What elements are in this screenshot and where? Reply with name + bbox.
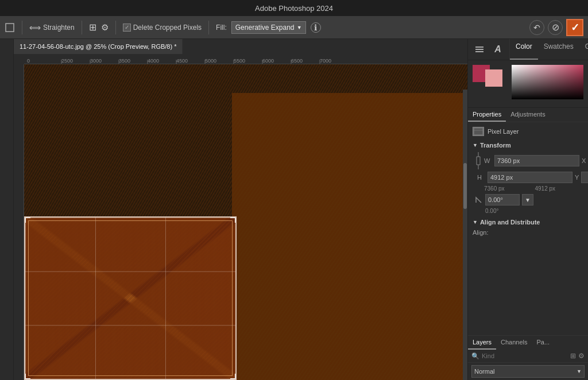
title-bar: Adobe Photoshop 2024 xyxy=(0,0,588,16)
undo-button[interactable]: ↶ xyxy=(529,20,544,35)
layers-tabs: Layers Channels Pa... xyxy=(468,336,588,350)
layers-search-bar: 🔍 ⊞ ⚙ xyxy=(468,350,588,363)
tab-pa[interactable]: Pa... xyxy=(532,336,555,350)
layers-panel-icon[interactable] xyxy=(471,41,488,57)
y-input[interactable] xyxy=(581,172,588,183)
inner-frame xyxy=(28,220,233,376)
color-swatches-row xyxy=(473,65,583,99)
pixel-layer-svg xyxy=(473,127,483,135)
ruler-corner xyxy=(14,54,24,64)
height-label: H xyxy=(477,174,485,181)
crop-handle-tr[interactable] xyxy=(230,217,236,223)
angle-dropdown[interactable]: ▼ xyxy=(522,194,533,205)
tab-layers[interactable]: Layers xyxy=(468,336,496,350)
pixel-layer-label: Pixel Layer xyxy=(488,128,519,135)
width-label: W xyxy=(484,157,492,164)
undo-icon: ↶ xyxy=(533,23,540,32)
svg-rect-12 xyxy=(475,49,483,50)
toolbar-divider-3 xyxy=(115,21,116,34)
align-label: Align: xyxy=(473,229,583,236)
tab-color[interactable]: Color xyxy=(510,39,538,60)
toolbar-divider-4 xyxy=(208,21,209,34)
delete-cropped-checkbox-container[interactable]: ✓ Delete Cropped Pixels xyxy=(123,24,202,32)
x-label: X xyxy=(582,157,586,164)
tab-properties[interactable]: Properties xyxy=(468,108,506,122)
transform-section-header[interactable]: ▼ Transform xyxy=(473,142,583,149)
document-tab-label: 11-27-04-56-08-utc.jpg @ 25% (Crop Previ… xyxy=(20,43,176,50)
app-title: Adobe Photoshop 2024 xyxy=(255,4,333,13)
transform-w-row: W X xyxy=(475,152,583,169)
tab-gradient[interactable]: Gr... xyxy=(579,39,588,60)
transform-h-row: H Y xyxy=(475,172,583,183)
toolbar-divider-1 xyxy=(22,21,22,34)
layers-filter-icon-1[interactable]: ⊞ xyxy=(570,352,576,360)
align-section-header[interactable]: ▼ Align and Distribute xyxy=(473,219,583,226)
link-icon xyxy=(475,152,482,169)
svg-rect-0 xyxy=(6,24,14,32)
fill-dropdown-arrow: ▼ xyxy=(297,25,302,30)
align-arrow: ▼ xyxy=(473,219,478,225)
pixel-layer-icon xyxy=(473,127,484,136)
settings-button[interactable]: ⚙ xyxy=(101,22,109,33)
layers-kind-input[interactable] xyxy=(482,352,568,359)
ruler-h-inner: 0 2500 3000 3500 4000 4500 5000 5500 600… xyxy=(24,54,467,64)
layers-section: Layers Channels Pa... 🔍 ⊞ ⚙ Normal ▼ xyxy=(468,335,588,380)
blending-row: Normal ▼ xyxy=(468,363,588,380)
delete-cropped-checkbox[interactable]: ✓ xyxy=(123,24,131,32)
angle-input[interactable] xyxy=(485,194,520,205)
width-value: 7360 px xyxy=(484,185,533,192)
tab-swatches[interactable]: Swatches xyxy=(538,39,579,60)
layers-filter-icon-2[interactable]: ⚙ xyxy=(578,352,585,360)
fill-label: Fill: xyxy=(216,24,227,32)
tool-icon xyxy=(5,22,15,33)
right-panel-icons: A xyxy=(468,39,510,60)
height-input[interactable] xyxy=(488,172,572,183)
tab-channels[interactable]: Channels xyxy=(496,336,532,350)
ruler-horizontal: 0 2500 3000 3500 4000 4500 5000 5500 600… xyxy=(24,54,467,64)
background-swatch[interactable] xyxy=(485,69,502,87)
transform-fields: W X H Y 7360 px xyxy=(473,152,583,214)
blending-mode-label: Normal xyxy=(474,368,494,375)
crop-handle-br[interactable] xyxy=(230,374,236,379)
color-section xyxy=(468,60,588,108)
height-value: 4912 px xyxy=(535,185,584,192)
layout-button[interactable]: ⊞ xyxy=(89,22,96,33)
straighten-label: Straighten xyxy=(43,24,75,32)
align-section: ▼ Align and Distribute Align: xyxy=(473,219,583,236)
confirm-button[interactable]: ✓ xyxy=(566,19,583,36)
settings-icon: ⚙ xyxy=(101,22,109,33)
fill-dropdown[interactable]: Generative Expand ▼ xyxy=(231,21,306,34)
canvas-scrollbar-thumb[interactable] xyxy=(463,163,467,209)
layers-filter-icons: ⊞ ⚙ xyxy=(570,352,585,360)
width-input[interactable] xyxy=(494,155,579,166)
crop-handle-bl[interactable] xyxy=(25,374,30,379)
angle-value-display: 0.00° xyxy=(475,208,583,214)
angle-row: ▼ xyxy=(475,194,583,205)
svg-rect-11 xyxy=(475,46,483,48)
toolbar-divider-2 xyxy=(82,21,82,34)
transform-values: 7360 px 4912 px xyxy=(475,185,583,192)
props-body-inner: Pixel Layer ▼ Transform W xyxy=(468,122,588,335)
cancel-button[interactable]: ⊘ xyxy=(548,20,563,35)
cancel-icon: ⊘ xyxy=(552,22,559,33)
toolbar: ⟺ Straighten ⊞ ⚙ ✓ Delete Cropped Pixels… xyxy=(0,16,588,39)
right-panel: A Color Swatches Gr... Properties Adjust… xyxy=(467,39,588,380)
crop-handle-tl[interactable] xyxy=(25,217,30,223)
document-tab[interactable]: 11-27-04-56-08-utc.jpg @ 25% (Crop Previ… xyxy=(14,39,183,54)
blending-mode-dropdown[interactable]: Normal ▼ xyxy=(471,365,585,378)
link-svg xyxy=(475,152,482,169)
info-button[interactable]: ℹ xyxy=(311,22,321,33)
canvas-content[interactable] xyxy=(24,64,467,380)
tab-adjustments[interactable]: Adjustments xyxy=(506,108,550,122)
type-icon-label: A xyxy=(494,44,501,55)
straighten-button[interactable]: ⟺ Straighten xyxy=(29,23,75,32)
delete-cropped-label: Delete Cropped Pixels xyxy=(133,24,202,32)
svg-rect-14 xyxy=(474,128,483,135)
layers-svg-icon xyxy=(475,45,484,54)
canvas-crop-box[interactable] xyxy=(24,216,237,380)
canvas-scrollbar-v[interactable] xyxy=(463,90,467,380)
type-tool-icon[interactable]: A xyxy=(490,41,506,57)
toolbar-right: ↶ ⊘ ✓ xyxy=(529,19,583,36)
color-gradient-picker[interactable] xyxy=(512,65,583,99)
ruler-ticks-svg xyxy=(24,54,467,64)
